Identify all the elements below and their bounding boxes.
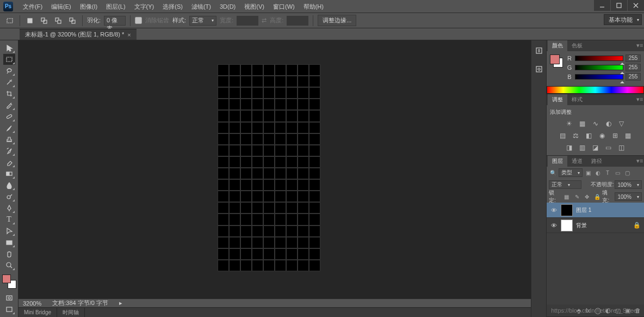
vibrance-icon[interactable]: ▽ [617, 119, 627, 128]
visibility-icon[interactable]: 👁 [550, 222, 558, 229]
menu-filter[interactable]: 滤镜(T) [187, 0, 215, 13]
layers-tab[interactable]: 图层 [548, 156, 567, 167]
style-select[interactable]: 正常 [189, 16, 216, 26]
eyedropper-tool[interactable] [3, 100, 15, 111]
channels-tab[interactable]: 通道 [567, 156, 587, 167]
layer-thumbnail[interactable] [561, 220, 573, 231]
paths-tab[interactable]: 路径 [587, 156, 606, 167]
status-arrow-icon[interactable]: ▸ [119, 300, 122, 307]
menu-layer[interactable]: 图层(L) [102, 0, 129, 13]
panel-menu-icon[interactable]: ▾≡ [636, 42, 643, 48]
lock-pixel-icon[interactable]: ✎ [573, 192, 581, 201]
feather-input[interactable]: 0 像素 [104, 16, 126, 26]
foreground-color[interactable] [2, 275, 11, 283]
panel-menu-icon[interactable]: ▾≡ [636, 157, 643, 164]
b-slider[interactable] [575, 74, 623, 80]
r-slider[interactable] [575, 56, 623, 61]
color-tab[interactable]: 颜色 [548, 40, 567, 51]
marquee-preset-icon[interactable] [4, 15, 15, 26]
brightness-icon[interactable]: ☀ [565, 119, 574, 128]
minimize-button[interactable] [594, 0, 610, 11]
canvas-area[interactable]: 3200% 文档:384 字节/0 字节 ▸ Mini Bridge 时间轴 [18, 40, 531, 317]
doc-info[interactable]: 文档:384 字节/0 字节 [52, 299, 108, 307]
search-icon[interactable]: 🔍 [549, 168, 558, 177]
filter-pixel-icon[interactable]: ▣ [584, 168, 592, 177]
filter-smart-icon[interactable]: ▢ [623, 168, 631, 177]
gradient-map-icon[interactable]: ▭ [604, 143, 614, 152]
layer-name[interactable]: 图层 1 [576, 206, 591, 214]
curves-icon[interactable]: ∿ [591, 119, 600, 128]
history-panel-icon[interactable] [534, 46, 544, 56]
hand-tool[interactable] [3, 248, 15, 259]
screen-mode-tool[interactable] [3, 304, 15, 315]
b-value[interactable]: 255 [626, 73, 641, 81]
pen-tool[interactable] [3, 203, 15, 214]
shape-tool[interactable] [3, 237, 15, 248]
quick-mask-tool[interactable] [3, 292, 15, 303]
tab-close-icon[interactable]: × [127, 32, 131, 38]
filter-type-icon[interactable]: T [603, 168, 612, 177]
layer-row[interactable]: 👁 图层 1 [547, 203, 644, 218]
zoom-tool[interactable] [3, 260, 15, 271]
fill-input[interactable]: 100% [615, 192, 642, 201]
spectrum-bar[interactable] [547, 86, 644, 94]
threshold-icon[interactable]: ◪ [591, 143, 600, 152]
invert-icon[interactable]: ◨ [565, 143, 574, 152]
menu-view[interactable]: 视图(V) [240, 0, 269, 13]
blend-mode-select[interactable]: 正常 [549, 180, 581, 189]
dodge-tool[interactable] [3, 191, 15, 202]
wand-tool[interactable] [3, 77, 15, 88]
photo-filter-icon[interactable]: ◉ [597, 131, 607, 140]
menu-window[interactable]: 窗口(W) [269, 0, 299, 13]
refine-edge-button[interactable]: 调整边缘... [318, 15, 356, 26]
lookup-icon[interactable]: ▦ [623, 131, 633, 140]
menu-image[interactable]: 图像(I) [76, 0, 102, 13]
adjustments-tab[interactable]: 调整 [548, 94, 567, 105]
timeline-tab[interactable]: 时间轴 [57, 308, 85, 318]
properties-panel-icon[interactable] [534, 64, 544, 74]
zoom-level[interactable]: 3200% [23, 300, 41, 307]
lasso-tool[interactable] [3, 65, 15, 76]
mini-bridge-tab[interactable]: Mini Bridge [18, 308, 57, 318]
menu-select[interactable]: 选择(S) [158, 0, 187, 13]
menu-file[interactable]: 文件(F) [18, 0, 47, 13]
g-value[interactable]: 255 [626, 64, 641, 71]
subtract-selection-icon[interactable] [53, 15, 64, 26]
menu-type[interactable]: 文字(Y) [130, 0, 159, 13]
close-button[interactable] [628, 0, 644, 11]
marquee-tool[interactable] [3, 54, 15, 65]
document-tab[interactable]: 未标题-1 @ 3200% (图层 1, RGB/8) * × [20, 29, 137, 40]
posterize-icon[interactable]: ▥ [578, 143, 587, 152]
new-selection-icon[interactable] [24, 15, 35, 26]
brush-tool[interactable] [3, 123, 15, 133]
g-slider[interactable] [575, 65, 623, 70]
add-selection-icon[interactable] [39, 15, 49, 26]
color-swatches[interactable] [2, 275, 16, 289]
channel-mixer-icon[interactable]: ⊞ [610, 131, 620, 140]
stamp-tool[interactable] [3, 134, 15, 145]
blur-tool[interactable] [3, 180, 15, 191]
move-tool[interactable] [3, 42, 15, 53]
history-brush-tool[interactable] [3, 145, 15, 156]
opacity-input[interactable]: 100% [615, 180, 642, 189]
layer-name[interactable]: 背景 [576, 222, 587, 229]
menu-edit[interactable]: 编辑(E) [47, 0, 76, 13]
menu-help[interactable]: 帮助(H) [299, 0, 328, 13]
filter-adj-icon[interactable]: ◐ [593, 168, 602, 177]
levels-icon[interactable]: ▦ [578, 119, 587, 128]
intersect-selection-icon[interactable] [67, 15, 78, 26]
layer-thumbnail[interactable] [561, 204, 573, 216]
balance-icon[interactable]: ⚖ [571, 131, 581, 140]
visibility-icon[interactable]: 👁 [550, 207, 558, 214]
hue-icon[interactable]: ▤ [558, 131, 568, 140]
eraser-tool[interactable] [3, 157, 15, 168]
heal-tool[interactable] [3, 111, 15, 122]
lock-trans-icon[interactable]: ▦ [562, 192, 571, 201]
bw-icon[interactable]: ◧ [584, 131, 594, 140]
filter-kind-select[interactable]: 类型 [559, 168, 583, 177]
lock-pos-icon[interactable]: ✥ [583, 192, 591, 201]
swatches-tab[interactable]: 色板 [567, 40, 587, 51]
type-tool[interactable]: T [3, 214, 15, 225]
canvas[interactable] [218, 64, 320, 271]
styles-tab[interactable]: 样式 [567, 94, 587, 105]
